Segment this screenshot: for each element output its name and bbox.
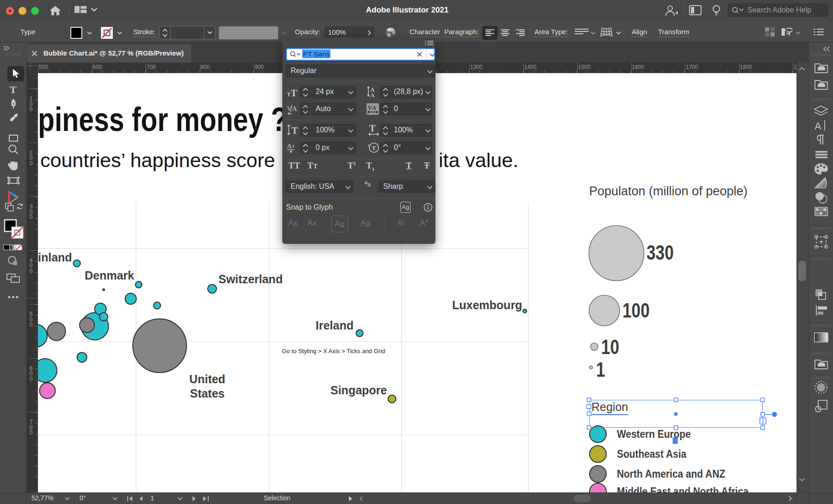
svg-text:T: T	[287, 91, 291, 97]
svg-text:A: A	[372, 105, 376, 111]
svg-text:V: V	[368, 105, 372, 111]
svg-text:A: A	[370, 92, 375, 98]
svg-text:T: T	[372, 144, 376, 151]
svg-text:A: A	[292, 105, 297, 112]
svg-text:T: T	[291, 87, 297, 97]
svg-text:A: A	[287, 143, 292, 150]
svg-text:T: T	[292, 125, 298, 136]
svg-text:T: T	[369, 124, 376, 133]
svg-text:A: A	[814, 120, 821, 132]
svg-text:T: T	[10, 84, 17, 95]
svg-text:a: a	[292, 143, 294, 148]
